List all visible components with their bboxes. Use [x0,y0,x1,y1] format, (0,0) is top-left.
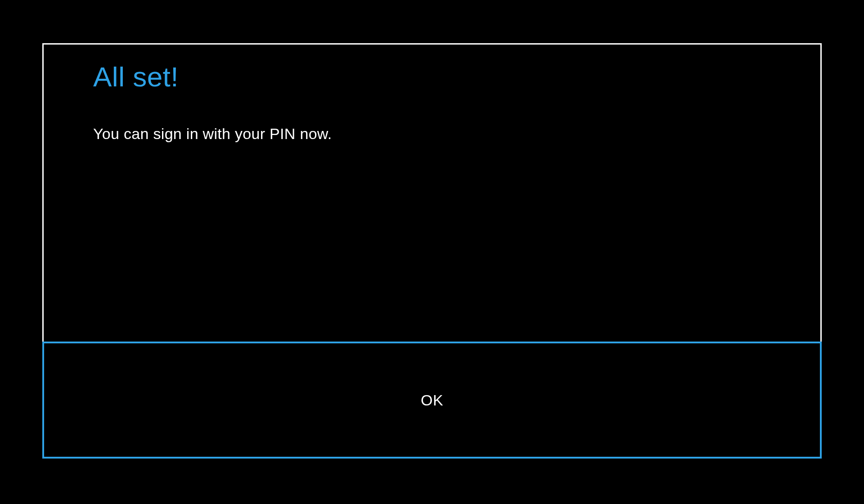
dialog-content-area: All set! You can sign in with your PIN n… [44,45,820,342]
confirmation-dialog: All set! You can sign in with your PIN n… [42,43,822,459]
dialog-title: All set! [93,61,771,93]
ok-button[interactable]: OK [42,342,822,459]
dialog-message: You can sign in with your PIN now. [93,125,771,143]
ok-button-label: OK [421,392,443,409]
